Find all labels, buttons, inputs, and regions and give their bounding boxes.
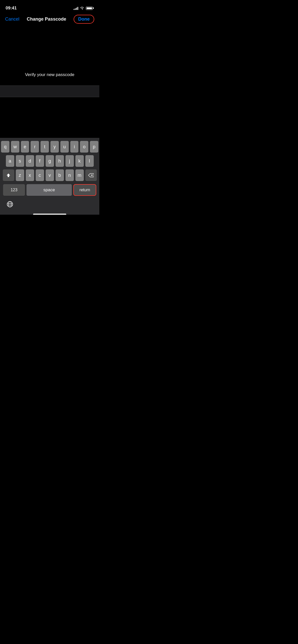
battery-icon: [86, 7, 94, 10]
key-o[interactable]: o: [80, 141, 88, 153]
main-content: Verify your new passcode: [0, 26, 99, 82]
keyboard-row-2: a s d f g h j k l: [1, 155, 98, 167]
globe-icon: [7, 201, 13, 208]
key-r[interactable]: r: [31, 141, 39, 153]
nav-bar: Cancel Change Passcode Done: [0, 13, 99, 26]
shift-icon: [6, 173, 11, 178]
numbers-key[interactable]: 123: [3, 184, 25, 196]
key-m[interactable]: m: [75, 169, 84, 181]
delete-key[interactable]: [85, 169, 97, 181]
key-i[interactable]: i: [70, 141, 79, 153]
key-l[interactable]: l: [85, 155, 94, 167]
key-n[interactable]: n: [65, 169, 74, 181]
key-k[interactable]: k: [75, 155, 84, 167]
done-button[interactable]: Done: [74, 15, 94, 24]
keyboard-extras-row: [1, 197, 98, 211]
key-y[interactable]: y: [50, 141, 59, 153]
keyboard-row-4: 123 space return: [1, 184, 98, 196]
return-key[interactable]: return: [73, 184, 96, 196]
key-e[interactable]: e: [21, 141, 29, 153]
key-p[interactable]: p: [90, 141, 98, 153]
status-icons: [74, 6, 94, 10]
keyboard: q w e r t y u i o p a s d f g h j k l z …: [0, 138, 99, 212]
key-q[interactable]: q: [1, 141, 9, 153]
delete-icon: [88, 173, 94, 177]
key-z[interactable]: z: [16, 169, 24, 181]
key-c[interactable]: c: [36, 169, 44, 181]
key-w[interactable]: w: [11, 141, 19, 153]
key-d[interactable]: d: [26, 155, 34, 167]
key-t[interactable]: t: [40, 141, 49, 153]
page-title: Change Passcode: [27, 17, 66, 22]
key-b[interactable]: b: [56, 169, 64, 181]
verify-text: Verify your new passcode: [25, 72, 74, 77]
passcode-input-bar[interactable]: [0, 85, 99, 97]
cancel-button[interactable]: Cancel: [5, 17, 19, 22]
svg-point-2: [7, 201, 13, 207]
content-spacer: [0, 97, 99, 138]
globe-button[interactable]: [4, 198, 16, 210]
keyboard-row-1: q w e r t y u i o p: [1, 141, 98, 153]
svg-point-3: [9, 201, 11, 207]
key-a[interactable]: a: [6, 155, 14, 167]
shift-key[interactable]: [3, 169, 14, 181]
key-f[interactable]: f: [36, 155, 44, 167]
key-s[interactable]: s: [16, 155, 24, 167]
status-time: 09:41: [6, 6, 17, 11]
key-v[interactable]: v: [46, 169, 54, 181]
key-u[interactable]: u: [60, 141, 69, 153]
keyboard-row-3: z x c v b n m: [1, 169, 98, 181]
space-key[interactable]: space: [26, 184, 72, 196]
status-bar: 09:41: [0, 0, 99, 13]
home-bar: [33, 214, 66, 215]
wifi-icon: [80, 6, 84, 10]
signal-icon: [74, 6, 78, 10]
key-j[interactable]: j: [65, 155, 74, 167]
home-indicator: [0, 212, 99, 215]
key-x[interactable]: x: [26, 169, 34, 181]
key-h[interactable]: h: [56, 155, 64, 167]
key-g[interactable]: g: [46, 155, 54, 167]
